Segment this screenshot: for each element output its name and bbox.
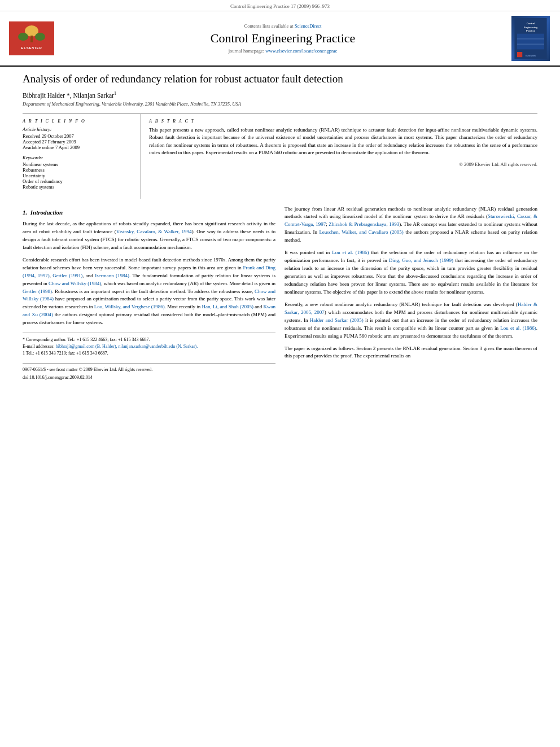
journal-cover: Control Engineering Practice ELSEVIER — [511, 16, 551, 61]
svg-text:ELSEVIER: ELSEVIER — [21, 46, 42, 50]
keyword-4: Order of redundancy — [23, 178, 134, 184]
received-date: Received 29 October 2007 — [23, 133, 134, 139]
keywords-label: Keywords: — [23, 155, 134, 160]
article-info-label: A R T I C L E I N F O — [23, 119, 134, 124]
svg-text:Control: Control — [527, 22, 535, 25]
ref-lou[interactable]: Lou, Willsky, and Verghese (1986) — [94, 304, 165, 309]
abstract-label: A B S T R A C T — [149, 119, 537, 124]
article-title: Analysis of order of redundancy relation… — [23, 72, 537, 86]
authors-text: Bibhrajit Halder *, Nilanjan Sarkar — [23, 92, 114, 99]
ref-gertler1991[interactable]: Gertler (1991) — [53, 273, 82, 278]
cover-art-icon: Control Engineering Practice ELSEVIER — [513, 18, 548, 59]
svg-rect-13 — [517, 52, 522, 57]
ref-halder1[interactable]: Halder & Sarkar, 2005, 2007 — [285, 302, 537, 315]
section1-para2: Considerable research effort has been in… — [23, 256, 275, 327]
journal-center: Contents lists available at ScienceDirec… — [60, 23, 506, 54]
keywords-list: Nonlinear systems Robustness Uncertainty… — [23, 161, 134, 190]
article-affiliation: Department of Mechanical Engineering, Va… — [23, 101, 537, 107]
ref-staroswiecki[interactable]: Staroswiecki, Cassar, & Comtet-Varga, 19… — [285, 213, 537, 227]
article-content: Analysis of order of redundancy relation… — [0, 67, 560, 392]
abstract-text: This paper presents a new approach, call… — [149, 126, 537, 157]
copyright-notice: © 2009 Elsevier Ltd. All rights reserved… — [149, 161, 537, 167]
section1-para3: The journey from linear AR residual gene… — [285, 206, 537, 245]
keyword-3: Uncertainty — [23, 173, 134, 178]
ref-halder2[interactable]: Halder and Sarkar (2005) — [310, 317, 364, 323]
article-history: Article history: Received 29 October 200… — [23, 126, 134, 150]
sciencedirect-line: Contents lists available at ScienceDirec… — [60, 23, 506, 29]
homepage-label: journal homepage: — [229, 48, 265, 54]
svg-rect-10 — [517, 34, 544, 50]
svg-text:Engineering: Engineering — [524, 26, 537, 29]
footnote-corresponding: * Corresponding author. Tel.: +1 615 322… — [23, 337, 275, 343]
footnote2: 1 Tel.: +1 615 343 7219; fax: +1 615 343… — [23, 350, 275, 357]
svg-rect-2 — [30, 36, 33, 42]
ref-chow-willsky2[interactable]: Chow and Willsky (1984) — [23, 289, 275, 302]
doi-line: doi:10.1016/j.conengprac.2009.02.014 — [23, 374, 275, 381]
journal-cover-image: Control Engineering Practice ELSEVIER — [511, 16, 550, 61]
section1-heading: 1. Introduction — [23, 208, 275, 217]
article-info-column: A R T I C L E I N F O Article history: R… — [23, 114, 141, 199]
page-wrapper: Control Engineering Practice 17 (2009) 9… — [0, 0, 560, 392]
ref-zhirabok[interactable]: Zhirabok & Prebragenskaya, 1993 — [329, 221, 399, 227]
section1-para6: The paper is organized as follows. Secti… — [285, 345, 537, 361]
doi-text: doi:10.1016/j.conengprac.2009.02.014 — [23, 375, 93, 380]
homepage-url[interactable]: www.elsevier.com/locate/conengprac — [265, 48, 337, 54]
section1-number: 1. — [23, 209, 27, 216]
footnote-email-line: E-mail addresses: bibhrajit@gmail.com (B… — [23, 343, 275, 350]
section1-para1: During the last decade, as the applicati… — [23, 220, 275, 252]
body-col-right: The journey from linear AR residual gene… — [285, 206, 537, 382]
contents-label: Contents lists available at — [244, 23, 294, 29]
ref-lou3[interactable]: Lou et al. (1986) — [500, 325, 536, 331]
keyword-2: Robustness — [23, 167, 134, 173]
article-info-abstract-section: A R T I C L E I N F O Article history: R… — [23, 113, 537, 199]
footer-bar: 0967-0661/$ - see front matter © 2009 El… — [23, 364, 275, 373]
section1-title: Introduction — [30, 209, 63, 216]
elsevier-tree-icon: ELSEVIER — [12, 24, 51, 53]
journal-citation: Control Engineering Practice 17 (2009) 9… — [230, 3, 330, 9]
journal-citation-bar: Control Engineering Practice 17 (2009) 9… — [0, 0, 560, 11]
keyword-1: Nonlinear systems — [23, 161, 134, 167]
svg-text:Practice: Practice — [526, 29, 536, 32]
ref-lou2[interactable]: Lou et al. (1986) — [332, 250, 369, 255]
abstract-column: A B S T R A C T This paper presents a ne… — [141, 114, 537, 199]
section1-para5: Recently, a new robust nonlinear analyti… — [285, 301, 537, 340]
svg-text:ELSEVIER: ELSEVIER — [526, 55, 536, 57]
issn-text: 0967-0661/$ - see front matter © 2009 El… — [23, 366, 152, 373]
journal-header: ELSEVIER Contents lists available at Sci… — [0, 11, 560, 67]
email2-link[interactable]: nilanjan.sarkar@vanderbilt.edu (N. Sarka… — [119, 344, 198, 349]
body-two-col: 1. Introduction During the last decade, … — [23, 206, 537, 382]
section1-para4: It was pointed out in Lou et al. (1986) … — [285, 249, 537, 296]
journal-homepage-line: journal homepage: www.elsevier.com/locat… — [60, 48, 506, 54]
ref-ding[interactable]: Ding, Guo, and Jeinsch (1999) — [389, 257, 453, 263]
keywords-section: Keywords: Nonlinear systems Robustness U… — [23, 155, 134, 190]
svg-point-3 — [18, 33, 28, 41]
ref-leuschen[interactable]: Leuschen, Walker, and Cavallaro (2005) — [319, 229, 403, 235]
ref-chow-willsky1[interactable]: Chow and Willsky (1984) — [49, 281, 101, 286]
journal-title-header: Control Engineering Practice — [60, 31, 506, 46]
elsevier-logo-img: ELSEVIER — [9, 21, 54, 55]
sciencedirect-link[interactable]: ScienceDirect — [295, 23, 322, 29]
author-sup1: 1 — [114, 91, 116, 96]
article-authors: Bibhrajit Halder *, Nilanjan Sarkar1 — [23, 91, 537, 99]
elsevier-logo: ELSEVIER — [9, 21, 54, 55]
ref-gertler1998[interactable]: Gertler (1998) — [23, 289, 52, 294]
keyword-5: Robotic systems — [23, 184, 134, 190]
footer-notes: * Corresponding author. Tel.: +1 615 322… — [23, 333, 275, 357]
ref-visinsky[interactable]: Visinsky, Cavalaro, & Walker, 1994 — [116, 229, 192, 234]
accepted-date: Accepted 27 February 2009 — [23, 139, 134, 145]
body-col-left: 1. Introduction During the last decade, … — [23, 206, 275, 382]
email-label: E-mail addresses: — [23, 344, 55, 349]
history-label: Article history: — [23, 126, 134, 132]
svg-point-4 — [35, 33, 45, 41]
available-date: Available online 7 April 2009 — [23, 145, 134, 150]
ref-han[interactable]: Han, Li, and Shah (2005) — [202, 304, 253, 309]
email1-link[interactable]: bibhrajit@gmail.com (B. Halder), — [56, 344, 117, 349]
ref-isermann[interactable]: Isermann (1984) — [95, 273, 129, 278]
